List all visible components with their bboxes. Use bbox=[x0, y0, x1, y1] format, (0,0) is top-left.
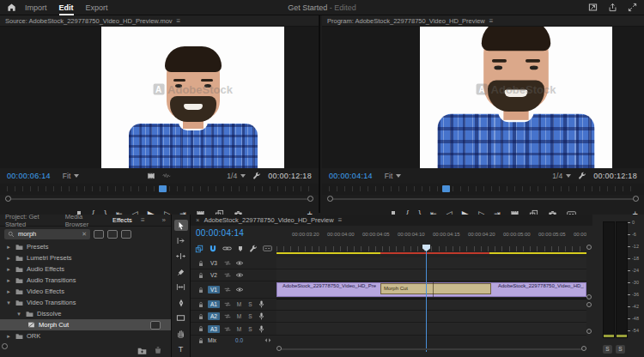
slip-tool[interactable] bbox=[174, 281, 188, 293]
selection-tool[interactable] bbox=[174, 220, 188, 231]
tree-item-ork[interactable]: ▸ ORK bbox=[0, 330, 171, 342]
tab-overflow-icon[interactable]: » bbox=[162, 216, 166, 224]
add-marker-icon[interactable] bbox=[237, 245, 244, 252]
lock-icon[interactable] bbox=[197, 287, 204, 293]
lock-icon[interactable] bbox=[197, 272, 204, 279]
tree-item-lumetri-presets[interactable]: ▸ Lumetri Presets bbox=[0, 252, 171, 263]
scrollbar-right-handle[interactable] bbox=[307, 196, 313, 202]
sync-lock-icon[interactable] bbox=[223, 325, 232, 333]
settings-wrench-icon[interactable] bbox=[578, 172, 586, 180]
lock-icon[interactable] bbox=[197, 325, 204, 332]
expand-arrow-icon[interactable]: ▸ bbox=[5, 333, 12, 340]
program-monitor-header[interactable]: Program: AdobeStock_229778750_Video_HD_P… bbox=[322, 15, 644, 27]
timeline-content[interactable]: 00:00:03:20 00:00:04:00 00:00:04:05 00:0… bbox=[276, 226, 586, 352]
timeline-timecode[interactable]: 00:00:04:14 bbox=[196, 228, 244, 238]
sync-lock-icon[interactable] bbox=[223, 286, 232, 293]
solo-right-button[interactable]: S bbox=[616, 345, 625, 354]
hand-tool[interactable] bbox=[174, 328, 188, 339]
vscroll-handle[interactable] bbox=[586, 329, 592, 334]
settings-wrench-icon[interactable] bbox=[252, 172, 261, 180]
track-target-v1[interactable]: V1 bbox=[208, 286, 220, 293]
sync-lock-icon[interactable] bbox=[223, 271, 232, 279]
toggle-track-output-eye-icon[interactable] bbox=[235, 286, 244, 293]
32bit-color-filter-icon[interactable] bbox=[107, 230, 118, 239]
source-playhead-handle[interactable] bbox=[159, 185, 167, 192]
track-target-v3[interactable]: V3 bbox=[208, 259, 220, 267]
track-a2[interactable] bbox=[276, 311, 586, 323]
lock-icon[interactable] bbox=[197, 337, 204, 344]
share-icon[interactable] bbox=[608, 3, 617, 12]
tree-item-morph-cut[interactable]: Morph Cut bbox=[0, 319, 171, 330]
program-video-area[interactable]: A AdobeStock bbox=[322, 27, 644, 168]
toggle-track-output-eye-icon[interactable] bbox=[235, 271, 244, 279]
sequence-tab-label[interactable]: AdobeStock_229778750_Video_HD_Preview bbox=[204, 216, 333, 224]
program-playhead-handle[interactable] bbox=[442, 185, 450, 192]
toggle-track-output-eye-icon[interactable] bbox=[235, 259, 244, 267]
tab-media-browser[interactable]: Media Browser bbox=[65, 213, 104, 228]
tree-item-audio-transitions[interactable]: ▸ Audio Transitions bbox=[0, 275, 171, 286]
track-v3[interactable] bbox=[276, 257, 586, 269]
source-scrubber[interactable] bbox=[0, 184, 319, 195]
nest-toggle-icon[interactable] bbox=[195, 245, 204, 253]
track-target-a2[interactable]: A2 bbox=[208, 312, 220, 320]
mix-volume-value[interactable]: 0.0 bbox=[235, 337, 243, 343]
solo-button[interactable]: S bbox=[246, 300, 254, 308]
search-input[interactable]: morph ✕ bbox=[4, 229, 90, 239]
mute-button[interactable]: M bbox=[235, 312, 243, 320]
tab-export[interactable]: Export bbox=[86, 3, 108, 12]
expand-arrow-icon[interactable]: ▸ bbox=[5, 277, 12, 284]
solo-left-button[interactable]: S bbox=[603, 345, 612, 354]
tab-effects[interactable]: Effects bbox=[112, 216, 132, 224]
expand-arrow-icon[interactable]: ▸ bbox=[5, 244, 12, 251]
timeline-hscroll-track[interactable] bbox=[278, 348, 585, 350]
track-a3[interactable] bbox=[276, 323, 586, 336]
lock-icon[interactable] bbox=[197, 301, 204, 308]
source-zoom-scrollbar[interactable] bbox=[0, 195, 319, 203]
snap-magnet-icon[interactable] bbox=[209, 245, 217, 253]
sync-lock-icon[interactable] bbox=[223, 300, 232, 308]
quick-export-icon[interactable] bbox=[588, 3, 598, 12]
source-monitor-header[interactable]: Source: AdobeStock_229778750_Video_HD_Pr… bbox=[0, 15, 319, 27]
source-zoom-select[interactable]: Fit bbox=[63, 172, 79, 180]
tree-item-presets[interactable]: ▸ Presets bbox=[0, 241, 171, 252]
tree-item-video-transitions[interactable]: ▾ Video Transitions bbox=[0, 297, 171, 308]
collapse-arrow-icon[interactable]: ▾ bbox=[15, 311, 22, 318]
voice-over-record-mic-icon[interactable] bbox=[258, 325, 265, 333]
tree-item-audio-effects[interactable]: ▸ Audio Effects bbox=[0, 263, 171, 275]
pen-tool[interactable] bbox=[174, 297, 188, 308]
drag-video-only-icon[interactable] bbox=[147, 172, 155, 180]
voice-over-record-mic-icon[interactable] bbox=[258, 300, 265, 308]
hscroll-handle[interactable] bbox=[2, 343, 8, 349]
scrollbar-right-handle[interactable] bbox=[633, 196, 639, 202]
linked-selection-icon[interactable] bbox=[222, 244, 232, 253]
playhead-line[interactable] bbox=[426, 251, 427, 352]
track-v1[interactable]: AdobeStock_229778750_Video_HD_Preview.mo… bbox=[276, 281, 586, 299]
track-target-v2[interactable]: V2 bbox=[208, 271, 220, 279]
solo-button[interactable]: S bbox=[246, 325, 254, 333]
clip-right[interactable]: AdobeStock_229778750_Video_HD_Preview.mo… bbox=[495, 283, 584, 288]
ripple-edit-tool[interactable] bbox=[174, 251, 188, 262]
home-icon[interactable] bbox=[7, 3, 16, 12]
captions-icon[interactable] bbox=[263, 244, 272, 253]
panel-menu-icon[interactable]: ≡ bbox=[141, 216, 145, 224]
program-zoom-select[interactable]: Fit bbox=[385, 172, 401, 180]
vscroll-handle[interactable] bbox=[586, 302, 592, 307]
sync-lock-icon[interactable] bbox=[223, 259, 232, 267]
collapse-arrow-icon[interactable]: ▾ bbox=[5, 300, 12, 306]
program-resolution-select[interactable]: 1/4 bbox=[552, 172, 571, 180]
timeline-ruler[interactable] bbox=[276, 246, 586, 251]
timeline-settings-wrench-icon[interactable] bbox=[249, 245, 258, 253]
panel-menu-icon[interactable]: ≡ bbox=[177, 17, 181, 25]
track-v2[interactable] bbox=[276, 269, 586, 281]
hscroll-left-handle[interactable] bbox=[276, 346, 282, 351]
drag-audio-only-icon[interactable] bbox=[162, 172, 171, 180]
panel-menu-icon[interactable]: ≡ bbox=[489, 17, 494, 25]
panel-menu-icon[interactable]: ≡ bbox=[338, 216, 343, 224]
track-a1[interactable] bbox=[276, 299, 586, 311]
scrollbar-left-handle[interactable] bbox=[5, 196, 11, 202]
expand-arrow-icon[interactable]: ▸ bbox=[5, 255, 12, 262]
clip-left[interactable]: AdobeStock_229778750_Video_HD_Preview.mo… bbox=[280, 283, 376, 288]
source-video-area[interactable]: A AdobeStock bbox=[0, 27, 319, 168]
expand-arrow-icon[interactable]: ▸ bbox=[5, 266, 12, 273]
tab-project[interactable]: Project: Get Started bbox=[5, 213, 57, 228]
